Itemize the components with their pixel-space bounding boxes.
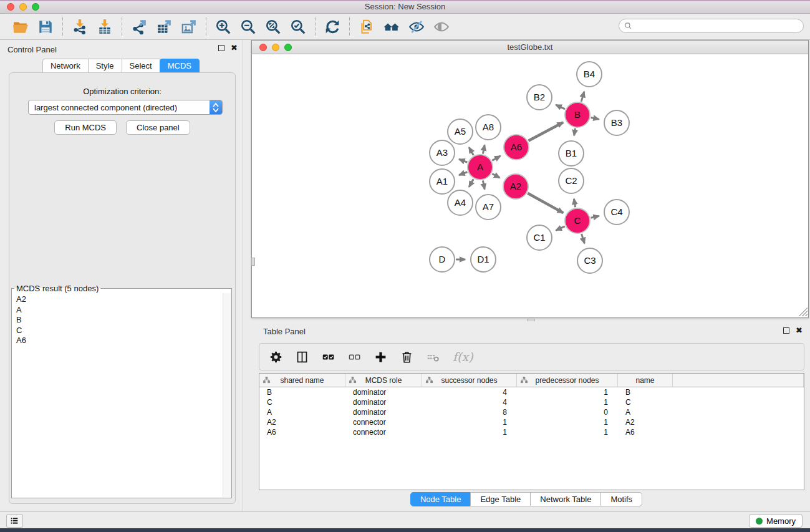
control-panel-tabs: NetworkStyleSelectMCDS [0,59,243,73]
mcds-result-item[interactable]: A6 [16,336,223,346]
column-header-MCDS-role[interactable]: MCDS role [345,374,422,387]
memory-button[interactable]: Memory [749,514,803,528]
table-row[interactable]: Adominator80A [259,407,804,417]
resize-grip-icon[interactable] [799,307,808,316]
graph-edge-A-A5[interactable] [469,147,473,155]
column-header-successor-nodes[interactable]: successor nodes [422,374,517,387]
add-column-button[interactable] [373,349,389,365]
zoom-in-button[interactable] [213,16,234,37]
mcds-result-list[interactable]: A2ABCA6 [12,293,223,497]
copy-network-button[interactable] [356,16,377,37]
table-row[interactable]: Bdominator41B [259,387,804,397]
refresh-layout-button[interactable] [322,16,343,37]
column-header-name[interactable]: name [618,374,673,387]
select-all-rows-button[interactable] [321,349,337,365]
mcds-result-item[interactable]: A2 [16,294,223,305]
task-history-button[interactable] [6,514,23,528]
graph-edge-B-B3[interactable] [591,117,599,119]
table-cell: B [259,387,345,397]
mcds-tab-content: Optimization criterion: largest connecte… [9,72,236,504]
hide-panels-button[interactable] [406,16,427,37]
graph-edge-C-C2[interactable] [574,199,575,208]
criterion-select-value: largest connected component (directed) [29,103,210,112]
run-mcds-button[interactable]: Run MCDS [54,120,117,135]
open-session-button[interactable] [10,16,31,37]
close-panel-icon[interactable]: ✖ [231,45,238,51]
import-table-button[interactable] [94,16,115,37]
graph-edge-A-A1[interactable] [459,172,467,175]
export-network-button[interactable] [128,16,150,37]
zoom-selected-button[interactable] [287,16,309,37]
table-row[interactable]: A2connector11A2 [259,417,804,427]
export-table-button[interactable] [153,16,175,37]
mcds-result-item[interactable]: C [16,326,223,336]
zoom-in-icon [215,19,231,35]
toolbar-group [123,16,205,37]
export-image-button[interactable] [178,16,200,37]
graph-edge-A-A2[interactable] [492,174,499,178]
import-network-button[interactable] [69,16,90,37]
search-icon [624,22,632,30]
graph-edge-B-B2[interactable] [556,105,565,109]
tab-motifs[interactable]: Motifs [600,492,642,506]
table-row[interactable]: A6connector11A6 [259,427,804,437]
criterion-select[interactable]: largest connected component (directed) [28,100,223,115]
eye-icon [433,19,450,35]
graph-node-label-A8: A8 [483,122,494,132]
graph-node-label-A5: A5 [455,126,466,137]
close-table-panel-icon[interactable]: ✖ [796,327,803,334]
graph-edge-A2-C[interactable] [528,193,563,213]
tab-select[interactable]: Select [122,59,160,73]
graph-edge-C-C4[interactable] [591,216,599,218]
home-button[interactable] [381,16,402,37]
save-session-button[interactable] [35,16,56,37]
search-field[interactable] [619,19,804,33]
tab-edge-table[interactable]: Edge Table [470,492,531,506]
optimization-criterion-label: Optimization criterion: [9,87,235,96]
graph-node-label-C2: C2 [565,175,577,186]
table-cell: 1 [517,387,618,397]
close-panel-button[interactable]: Close panel [126,120,190,135]
graph-edge-A-A8[interactable] [483,145,485,153]
delete-table-icon [427,351,440,364]
refresh-icon [324,19,340,35]
graph-edge-A-A7[interactable] [483,181,485,190]
float-table-panel-icon[interactable] [783,327,789,334]
zoom-out-button[interactable] [238,16,259,37]
network-window-titlebar[interactable]: testGlobe.txt [252,41,808,54]
column-header-shared-name[interactable]: shared name [259,374,345,387]
float-panel-icon[interactable] [218,45,224,51]
mcds-result-item[interactable]: B [16,315,223,326]
show-columns-button[interactable] [294,349,311,365]
deselect-all-rows-button[interactable] [347,349,363,365]
mcds-result-item[interactable]: A [16,305,223,316]
search-input[interactable] [635,21,798,31]
column-header-predecessor-nodes[interactable]: predecessor nodes [517,374,618,387]
window-title: Session: New Session [0,2,810,11]
graph-edge-A-A4[interactable] [469,179,473,187]
tab-network[interactable]: Network [42,59,89,73]
tab-network-table[interactable]: Network Table [530,492,601,506]
graph-edge-A6-B[interactable] [528,122,563,141]
tab-node-table[interactable]: Node Table [410,492,471,506]
table-options-button[interactable] [268,349,284,365]
graph-edge-C-C3[interactable] [582,234,585,243]
zoom-fit-button[interactable] [263,16,284,37]
frame-left-handle[interactable] [251,258,255,266]
delete-column-button[interactable] [399,349,415,365]
network-canvas[interactable]: B4B2BB3A8A5A6A3B1AA1C2A2A4A7C4CC1C3DD1 [252,54,808,317]
graph-edge-A-A3[interactable] [459,159,467,162]
table-row[interactable]: Cdominator41C [259,397,804,407]
table-cell-empty [673,407,804,417]
tab-style[interactable]: Style [88,59,122,73]
mcds-list-scrollbar[interactable] [223,293,231,497]
tab-mcds[interactable]: MCDS [160,59,200,73]
graph-edge-A-A6[interactable] [492,156,500,160]
table-cell: A6 [259,427,345,437]
table-cell: A [618,407,673,417]
open-folder-icon [12,19,29,35]
graph-edge-B-B4[interactable] [581,92,584,102]
graph-edge-C-C1[interactable] [556,226,565,230]
graph-edge-B-B1[interactable] [574,128,576,136]
node-table[interactable]: shared nameMCDS rolesuccessor nodesprede… [259,373,804,490]
